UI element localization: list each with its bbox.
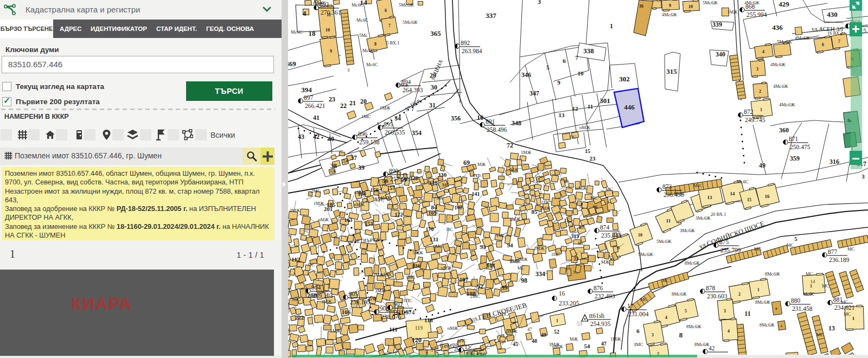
svg-text:4МсбЖ: 4МсбЖ [770, 62, 786, 67]
svg-text:31: 31 [429, 101, 436, 109]
svg-text:255.994: 255.994 [746, 11, 767, 18]
svg-text:1: 1 [556, 318, 558, 323]
svg-text:2МЖ: 2МЖ [509, 216, 520, 222]
svg-text:1ПС: 1ПС [292, 297, 301, 302]
svg-text:141: 141 [472, 191, 480, 197]
svg-text:107: 107 [459, 276, 469, 283]
svg-text:890: 890 [389, 168, 399, 174]
svg-text:1МЖ: 1МЖ [314, 201, 324, 206]
svg-text:МсбС: МсбС [352, 2, 363, 8]
svg-text:МС: МС [806, 271, 813, 277]
svg-text:6: 6 [563, 57, 566, 64]
svg-text:54: 54 [584, 343, 591, 349]
svg-text:8: 8 [679, 331, 683, 339]
svg-text:235.799: 235.799 [720, 247, 741, 253]
svg-text:356: 356 [451, 114, 461, 122]
svg-text:20: 20 [360, 98, 367, 105]
svg-text:11: 11 [588, 103, 593, 110]
svg-text:337: 337 [486, 11, 496, 20]
svg-text:МС: МС [518, 265, 525, 271]
svg-text:5: 5 [685, 309, 687, 314]
svg-text:ПС: ПС [446, 227, 453, 232]
svg-text:1: 1 [610, 22, 613, 30]
svg-text:ПС: ПС [570, 135, 576, 140]
svg-text:270.361: 270.361 [321, 9, 341, 16]
svg-text:169: 169 [429, 210, 437, 216]
svg-text:164: 164 [358, 191, 366, 197]
svg-text:87: 87 [579, 224, 584, 230]
svg-text:23: 23 [329, 95, 335, 103]
svg-text:12: 12 [572, 105, 579, 112]
svg-text:156: 156 [371, 187, 379, 193]
svg-text:1МЖ: 1МЖ [540, 206, 551, 211]
svg-text:5МсбЖ: 5МсбЖ [403, 20, 418, 25]
svg-text:99: 99 [502, 284, 508, 291]
svg-text:8МсбЖ: 8МсбЖ [765, 271, 780, 277]
svg-text:4МсбЖ: 4МсбЖ [779, 102, 795, 107]
svg-text:48: 48 [532, 338, 537, 344]
svg-text:4: 4 [727, 329, 730, 334]
svg-text:МС: МС [437, 195, 444, 201]
svg-text:301: 301 [599, 97, 610, 105]
svg-text:338: 338 [583, 47, 594, 55]
svg-text:17: 17 [627, 303, 634, 309]
svg-text:8МсбЖ: 8МсбЖ [672, 291, 687, 297]
svg-text:4МсбЖ: 4МсбЖ [773, 84, 788, 89]
svg-text:907: 907 [393, 301, 403, 308]
svg-text:ПС: ПС [308, 262, 315, 267]
svg-text:878: 878 [706, 285, 716, 291]
svg-text:231.458: 231.458 [792, 305, 813, 312]
svg-text:tt61sh: tt61sh [589, 312, 604, 319]
svg-text:200: 200 [307, 292, 317, 299]
svg-text:1МЖ: 1МЖ [727, 10, 738, 15]
svg-text:94: 94 [507, 242, 514, 248]
svg-text:21: 21 [349, 99, 356, 107]
svg-text:15: 15 [747, 197, 751, 202]
svg-text:53: 53 [577, 321, 582, 327]
svg-text:пМЖ: пМЖ [441, 265, 452, 271]
svg-text:3МЖ: 3МЖ [290, 208, 301, 213]
svg-text:69: 69 [463, 159, 470, 167]
svg-text:42: 42 [313, 133, 320, 140]
svg-text:10: 10 [638, 233, 642, 238]
svg-text:МсбС: МсбС [737, 179, 749, 184]
svg-text:пЖ: пЖ [330, 168, 337, 174]
svg-text:118: 118 [424, 317, 433, 323]
svg-text:10: 10 [578, 70, 584, 76]
svg-text:3МЖ: 3МЖ [507, 329, 518, 334]
svg-text:5МсбЖ: 5МсбЖ [638, 252, 653, 257]
svg-text:9: 9 [557, 79, 560, 86]
svg-text:МЖ: МЖ [477, 162, 486, 167]
svg-text:МсбС: МсбС [356, 17, 368, 23]
svg-text:260.535: 260.535 [385, 129, 405, 136]
svg-text:пМЖ: пМЖ [354, 202, 365, 207]
svg-text:56: 56 [382, 177, 389, 184]
svg-text:6: 6 [775, 306, 777, 311]
svg-text:250.475: 250.475 [790, 144, 810, 150]
svg-text:МС: МС [841, 299, 848, 305]
svg-text:259.158: 259.158 [359, 139, 380, 145]
svg-text:13: 13 [828, 324, 835, 332]
svg-text:122: 122 [395, 212, 403, 218]
svg-text:13: 13 [559, 112, 565, 118]
svg-text:1МЖ: 1МЖ [380, 105, 391, 111]
svg-text:11: 11 [666, 218, 671, 223]
svg-text:270: 270 [367, 295, 376, 302]
svg-text:258.496: 258.496 [487, 126, 507, 133]
svg-text:108: 108 [467, 290, 476, 297]
svg-text:МС: МС [662, 278, 669, 283]
svg-text:МС: МС [442, 182, 450, 188]
svg-text:331: 331 [429, 180, 438, 186]
svg-text:3: 3 [347, 67, 349, 73]
svg-text:2МС: 2МС [433, 244, 443, 249]
svg-text:МС: МС [847, 246, 855, 252]
svg-text:1МС: 1МС [496, 233, 506, 238]
svg-text:39: 39 [358, 164, 365, 171]
svg-text:МС: МС [640, 297, 648, 302]
svg-text:249.745: 249.745 [745, 117, 765, 123]
svg-text:359: 359 [790, 155, 800, 162]
svg-text:8МсбЖ: 8МсбЖ [755, 299, 770, 305]
svg-text:МС: МС [590, 195, 598, 201]
svg-text:стр.: стр. [473, 172, 482, 178]
svg-text:222: 222 [295, 314, 304, 321]
